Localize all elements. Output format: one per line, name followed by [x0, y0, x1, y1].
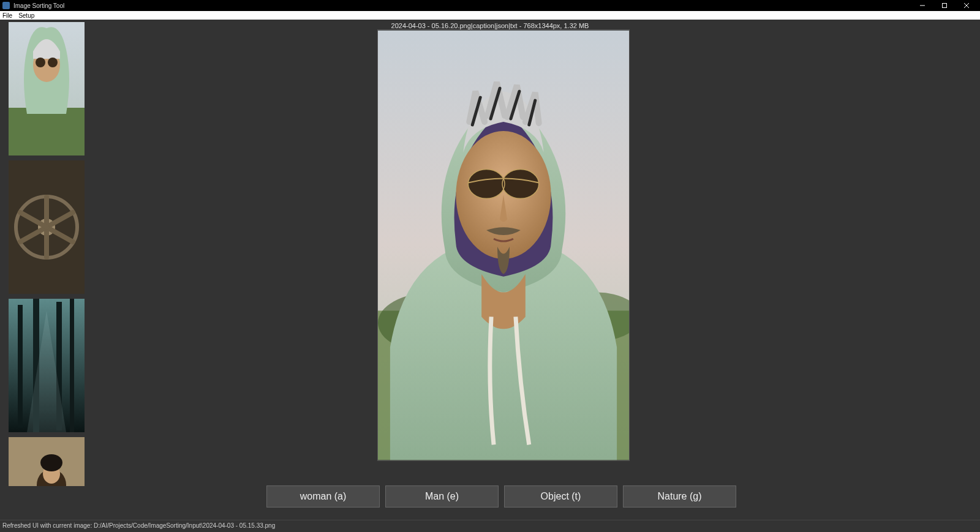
svg-point-8 [48, 58, 58, 67]
thumbnail-4[interactable] [9, 437, 85, 486]
svg-rect-19 [18, 305, 23, 427]
title-bar: Image Sorting Tool [0, 0, 980, 11]
svg-rect-22 [70, 299, 74, 432]
close-button[interactable] [956, 0, 978, 11]
content-area: 2024-04-03 - 05.16.20.png|caption|json|t… [0, 20, 980, 532]
svg-rect-1 [943, 4, 947, 8]
category-button-nature[interactable]: Nature (g) [623, 485, 736, 508]
app-icon [2, 2, 10, 9]
status-bar: Refreshed UI with current image: D:/AI/P… [0, 520, 980, 532]
category-button-row: woman (a) Man (e) Object (t) Nature (g) [266, 485, 736, 508]
menu-setup[interactable]: Setup [18, 12, 34, 19]
thumbnail-3[interactable] [9, 299, 85, 432]
status-text: Refreshed UI with current image: D:/AI/P… [2, 522, 275, 529]
image-info-label: 2024-04-03 - 05.16.20.png|caption|json|t… [0, 22, 980, 29]
svg-point-7 [36, 58, 45, 67]
category-button-man[interactable]: Man (e) [385, 485, 499, 508]
thumbnail-2[interactable] [9, 160, 85, 294]
svg-rect-5 [9, 108, 85, 155]
category-button-woman[interactable]: woman (a) [266, 485, 380, 508]
maximize-button[interactable] [933, 0, 956, 11]
minimize-button[interactable] [911, 0, 933, 11]
menu-file[interactable]: File [2, 12, 12, 19]
thumbnail-sidebar [9, 22, 85, 486]
thumbnail-1[interactable] [9, 22, 85, 155]
main-image-view [377, 29, 630, 461]
category-button-object[interactable]: Object (t) [504, 485, 617, 508]
window-title: Image Sorting Tool [13, 2, 64, 9]
menu-bar: File Setup [0, 11, 980, 20]
svg-point-28 [40, 454, 62, 471]
